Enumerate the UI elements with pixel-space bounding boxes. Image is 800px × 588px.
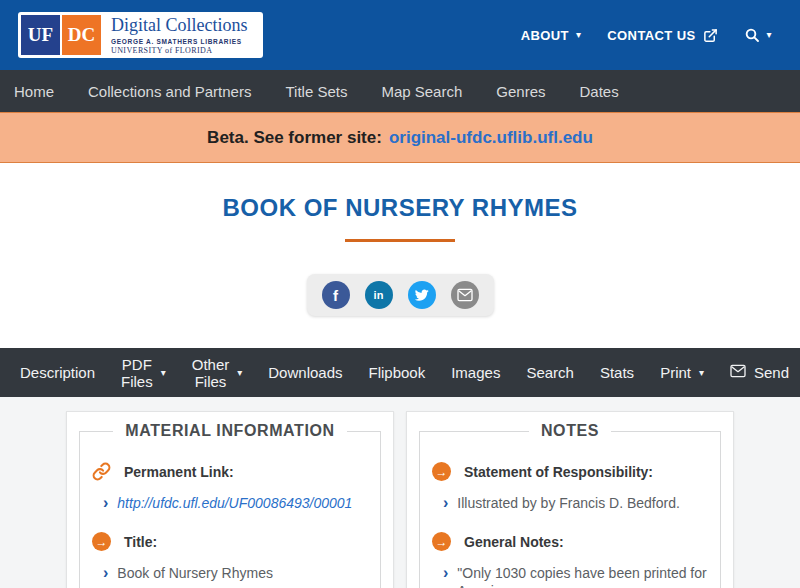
contact-us-label: CONTACT US	[607, 28, 695, 43]
arrow-glyph: →	[432, 532, 451, 551]
toolbar-label: Images	[451, 364, 500, 381]
field-value-row: ›"Only 1030 copies have been printed for…	[443, 564, 708, 588]
nav-item-dates[interactable]: Dates	[562, 70, 635, 112]
nav-item-map-search[interactable]: Map Search	[364, 70, 479, 112]
field-value-row: ›Book of Nursery Rhymes	[103, 564, 368, 582]
toolbar-label: Other Files	[192, 356, 230, 390]
field-value-row: ›Illustrated by by Francis D. Bedford.	[443, 494, 708, 512]
toolbar-print[interactable]: Print▾	[647, 348, 717, 397]
toolbar-label: Description	[20, 364, 95, 381]
toolbar-label: Send	[754, 364, 789, 381]
field-label: Title:	[124, 534, 157, 550]
field-value: Book of Nursery Rhymes	[117, 564, 273, 582]
twitter-share-button[interactable]	[408, 281, 436, 309]
chevron-down-icon: ▾	[699, 368, 704, 378]
panel-material-information: MATERIAL INFORMATIONPermanent Link:›http…	[66, 411, 394, 588]
title-divider	[345, 239, 455, 242]
chevron-right-icon: ›	[103, 494, 108, 511]
chevron-down-icon: ▾	[161, 368, 166, 378]
toolbar-pdf-files[interactable]: PDF Files▾	[108, 348, 179, 397]
logo-title: Digital Collections	[111, 16, 248, 35]
about-label: ABOUT	[521, 28, 569, 43]
toolbar-label: Downloads	[268, 364, 342, 381]
logo-subtitle-libraries: GEORGE A. SMATHERS LIBRARIES	[111, 38, 248, 45]
nav-item-title-sets[interactable]: Title Sets	[268, 70, 364, 112]
header-menu: ABOUT ▾ CONTACT US ▾	[521, 27, 772, 43]
toolbar-description[interactable]: Description	[20, 348, 108, 397]
dc-logo-tile: DC	[62, 15, 101, 55]
toolbar-images[interactable]: Images	[438, 348, 513, 397]
toolbar-send[interactable]: Send	[717, 348, 789, 397]
chevron-down-icon: ▾	[576, 30, 581, 40]
beta-banner: Beta. See former site: original-ufdc.ufl…	[0, 112, 800, 163]
main-nav: HomeCollections and PartnersTitle SetsMa…	[0, 70, 800, 112]
field-label: Statement of Responsibility:	[464, 464, 653, 480]
field-label: Permanent Link:	[124, 464, 234, 480]
arrow-circle-icon: →	[92, 532, 111, 551]
nav-item-home[interactable]: Home	[6, 70, 71, 112]
field-value: "Only 1030 copies have been printed for …	[457, 564, 708, 588]
field-label: General Notes:	[464, 534, 564, 550]
toolbar-label: Search	[526, 364, 574, 381]
panel-fieldset: MATERIAL INFORMATIONPermanent Link:›http…	[79, 422, 381, 588]
ufdc-logo[interactable]: UF DC Digital Collections GEORGE A. SMAT…	[18, 12, 263, 58]
toolbar-label: Stats	[600, 364, 634, 381]
chevron-down-icon: ▾	[767, 30, 772, 40]
contact-us-button[interactable]: CONTACT US	[607, 28, 717, 43]
linkedin-share-button[interactable]: in	[365, 281, 393, 309]
facebook-share-button[interactable]: f	[322, 281, 350, 309]
toolbar-flipbook[interactable]: Flipbook	[356, 348, 439, 397]
link-icon	[92, 462, 111, 481]
envelope-icon	[730, 364, 746, 381]
external-link-icon	[703, 28, 718, 43]
panel-fieldset: NOTES→Statement of Responsibility:›Illus…	[419, 422, 721, 588]
panel-title: MATERIAL INFORMATION	[113, 422, 346, 440]
search-menu-button[interactable]: ▾	[744, 27, 772, 43]
social-share-bar: fin	[307, 274, 494, 316]
nav-item-genres[interactable]: Genres	[479, 70, 562, 112]
chevron-right-icon: ›	[103, 564, 108, 581]
field-label-row: →Title:	[92, 532, 368, 551]
logo-subtitle-university: UNIVERSITY of FLORIDA	[111, 46, 248, 55]
toolbar-right-group: StatsPrint▾Send	[587, 348, 789, 397]
search-icon	[744, 27, 760, 43]
toolbar-search[interactable]: Search	[513, 348, 587, 397]
panel-notes: NOTES→Statement of Responsibility:›Illus…	[406, 411, 734, 588]
arrow-circle-icon: →	[432, 532, 451, 551]
about-menu-button[interactable]: ABOUT ▾	[521, 28, 582, 43]
page-title: BOOK OF NURSERY RHYMES	[0, 194, 800, 222]
chevron-right-icon: ›	[443, 564, 448, 581]
toolbar-label: Print	[660, 364, 691, 381]
toolbar-downloads[interactable]: Downloads	[255, 348, 355, 397]
item-toolbar: DescriptionPDF Files▾Other Files▾Downloa…	[0, 348, 800, 397]
former-site-link[interactable]: original-ufdc.uflib.ufl.edu	[389, 128, 593, 148]
field-label-row: →Statement of Responsibility:	[432, 462, 708, 481]
chevron-right-icon: ›	[443, 494, 448, 511]
panel-title: NOTES	[529, 422, 611, 440]
field-label-row: Permanent Link:	[92, 462, 368, 481]
item-hero: BOOK OF NURSERY RHYMES fin	[0, 163, 800, 348]
nav-item-collections-and-partners[interactable]: Collections and Partners	[71, 70, 268, 112]
toolbar-label: Flipbook	[369, 364, 426, 381]
arrow-glyph: →	[432, 462, 451, 481]
field-value-row: ›http://ufdc.ufl.edu/UF00086493/00001	[103, 494, 368, 512]
beta-banner-text: Beta. See former site:	[207, 128, 382, 148]
email-share-button[interactable]	[451, 281, 479, 309]
toolbar-left-group: DescriptionPDF Files▾Other Files▾Downloa…	[20, 348, 587, 397]
metadata-panels: MATERIAL INFORMATIONPermanent Link:›http…	[66, 411, 734, 588]
toolbar-label: PDF Files	[121, 356, 153, 390]
chevron-down-icon: ▾	[237, 368, 242, 378]
uf-logo-tile: UF	[21, 15, 60, 55]
permanent-link[interactable]: http://ufdc.ufl.edu/UF00086493/00001	[117, 494, 352, 512]
logo-text: Digital Collections GEORGE A. SMATHERS L…	[101, 15, 260, 55]
item-content: MATERIAL INFORMATIONPermanent Link:›http…	[0, 397, 800, 588]
arrow-circle-icon: →	[432, 462, 451, 481]
toolbar-stats[interactable]: Stats	[587, 348, 647, 397]
field-label-row: →General Notes:	[432, 532, 708, 551]
toolbar-other-files[interactable]: Other Files▾	[179, 348, 256, 397]
field-value: Illustrated by by Francis D. Bedford.	[457, 494, 680, 512]
arrow-glyph: →	[92, 532, 111, 551]
app-header: UF DC Digital Collections GEORGE A. SMAT…	[0, 0, 800, 70]
